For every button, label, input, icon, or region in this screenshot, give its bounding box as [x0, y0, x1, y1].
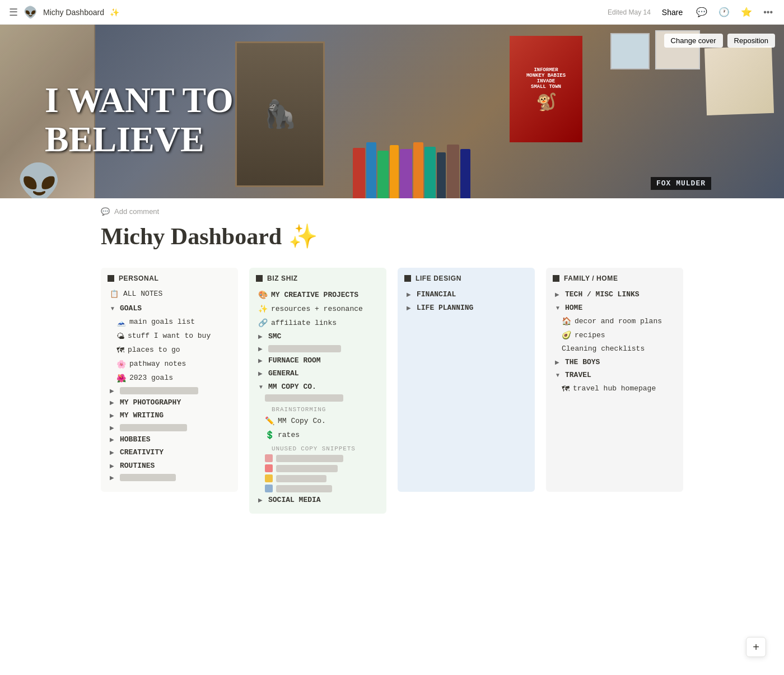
biz-redacted-1[interactable] [256, 343, 380, 354]
places-to-go-item[interactable]: 🗺 places to go [108, 343, 231, 357]
snippets-redacted-2[interactable] [256, 463, 380, 473]
redacted-row-2[interactable] [108, 422, 231, 433]
mm-copy-co-leaf[interactable]: ✏️ MM Copy Co. [256, 414, 380, 428]
topbar-page-title: Michy Dashboard [43, 8, 104, 17]
writing-arrow [110, 411, 116, 420]
redacted-arrow-1 [110, 387, 116, 395]
book-spine-9 [447, 145, 459, 198]
all-notes-item[interactable]: 📋 ALL NOTES [108, 288, 231, 300]
writing-label: MY WRITING [120, 410, 164, 421]
comment-bubble-icon: 💬 [101, 207, 110, 216]
redacted-text-3 [120, 474, 176, 481]
cleaning-checklists-item[interactable]: Cleaning checklists [553, 342, 676, 356]
biz-redacted-arrow-1 [258, 345, 265, 353]
book-spine-5 [400, 149, 412, 198]
snippets-text-3 [276, 475, 326, 482]
travel-hub-label: travel hub homepage [573, 383, 656, 394]
general-arrow [258, 369, 265, 378]
places-go-icon: 🗺 [116, 345, 124, 356]
rates-item[interactable]: 💲 rates [256, 428, 380, 442]
home-label: HOME [565, 302, 582, 314]
my-creative-projects-item[interactable]: 🎨 MY CREATIVE PROJECTS [256, 288, 380, 302]
smc-label: SMC [268, 331, 281, 342]
more-options-button[interactable]: ••• [761, 5, 775, 20]
comment-icon-button[interactable]: 💬 [694, 4, 710, 20]
main-goals-label: main goals list [129, 316, 195, 328]
add-comment-row[interactable]: 💬 Add comment [101, 198, 683, 222]
my-photography-item[interactable]: MY PHOTOGRAPHY [108, 396, 231, 409]
share-button[interactable]: Share [657, 6, 687, 19]
goals-2023-icon: 🌺 [116, 373, 126, 384]
goals-parent[interactable]: GOALS [108, 302, 231, 315]
home-parent[interactable]: HOME [553, 301, 676, 315]
column-personal: PERSONAL 📋 ALL NOTES GOALS 🗻 main goals … [101, 268, 238, 492]
unused-copy-sublabel: UNUSED COPY SNIPPETS [256, 442, 380, 453]
resources-resonance-item[interactable]: ✨ resources + resonance [256, 302, 380, 316]
photography-label: MY PHOTOGRAPHY [120, 397, 181, 408]
cleaning-checklists-label: Cleaning checklists [562, 343, 645, 355]
column-life: LIFE DESIGN FINANCIAL LIFE PLANNING [398, 268, 535, 492]
book-spine-6 [413, 142, 423, 198]
book-spine-1 [353, 148, 365, 198]
creativity-item[interactable]: CREATIVITY [108, 446, 231, 459]
tech-misc-item[interactable]: TECH / MISC LINKS [553, 288, 676, 301]
social-media-item[interactable]: SOCIAL MEDIA [256, 494, 380, 507]
tech-arrow [555, 290, 562, 299]
furnace-room-item[interactable]: FURNACE ROOM [256, 354, 380, 367]
mm-redacted-sub[interactable] [256, 393, 380, 403]
life-planning-item[interactable]: LIFE PLANNING [404, 301, 528, 315]
affiliate-links-item[interactable]: 🔗 affiliate links [256, 316, 380, 330]
financial-item[interactable]: FINANCIAL [404, 288, 528, 301]
columns-grid: PERSONAL 📋 ALL NOTES GOALS 🗻 main goals … [101, 268, 683, 514]
redacted-text-2 [120, 424, 187, 431]
travel-hub-item[interactable]: 🗺 travel hub homepage [553, 382, 676, 396]
redacted-row-1[interactable] [108, 385, 231, 396]
decor-item[interactable]: 🏠 decor and room plans [553, 314, 676, 328]
snippets-redacted-3[interactable] [256, 473, 380, 483]
life-planning-label: LIFE PLANNING [417, 302, 473, 314]
the-boys-item[interactable]: THE BOYS [553, 356, 676, 369]
hamburger-icon[interactable]: ☰ [9, 6, 18, 18]
page-title-text: Michy Dashboard [101, 223, 282, 250]
resonance-label: resources + resonance [271, 304, 363, 315]
biz-section-square [256, 275, 263, 282]
travel-parent[interactable]: TRAVEL [553, 369, 676, 382]
snippets-redacted-1[interactable] [256, 453, 380, 463]
stuff-buy-label: stuff I want to buy [128, 330, 211, 342]
cover-photo-2 [610, 33, 650, 69]
main-goals-list-item[interactable]: 🗻 main goals list [108, 315, 231, 329]
general-item[interactable]: GENERAL [256, 367, 380, 380]
goals-2023-label: 2023 goals [129, 373, 173, 384]
snippets-redacted-4[interactable] [256, 483, 380, 494]
stuff-to-buy-item[interactable]: 🌤 stuff I want to buy [108, 329, 231, 343]
pathway-icon: 🌸 [116, 359, 126, 370]
personal-section-header: PERSONAL [108, 274, 231, 282]
star-icon-button[interactable]: ⭐ [739, 4, 754, 20]
resonance-icon: ✨ [258, 303, 268, 315]
smc-item[interactable]: SMC [256, 330, 380, 343]
mm-copy-co-parent[interactable]: MM Copy Co. [256, 380, 380, 394]
biz-header-label: BIZ SHIZ [267, 274, 298, 282]
life-section-square [404, 275, 411, 282]
reposition-button[interactable]: Reposition [727, 34, 775, 48]
redacted-row-3[interactable] [108, 472, 231, 483]
routines-label: ROUTINES [120, 460, 155, 472]
cover-headline-line2: BELIEVE [45, 120, 234, 159]
history-icon-button[interactable]: 🕐 [716, 4, 732, 20]
change-cover-button[interactable]: Change cover [664, 34, 723, 48]
routines-item[interactable]: ROUTINES [108, 459, 231, 473]
top-bar-right: Edited May 14 Share 💬 🕐 ⭐ ••• [608, 4, 775, 20]
my-writing-item[interactable]: MY WRITING [108, 409, 231, 422]
cover-actions: Change cover Reposition [664, 34, 775, 48]
snippets-text-4 [276, 485, 332, 492]
pathway-notes-item[interactable]: 🌸 pathway notes [108, 357, 231, 371]
cover-image: 🦍 INFORMERMONKEY BABIESINVADESMALL TOWN … [0, 25, 784, 198]
pathway-label: pathway notes [129, 359, 186, 370]
column-biz: BIZ SHIZ 🎨 MY CREATIVE PROJECTS ✨ resour… [249, 268, 386, 514]
goals-2023-item[interactable]: 🌺 2023 goals [108, 371, 231, 385]
recipes-icon: 🥑 [562, 329, 571, 341]
hobbies-item[interactable]: HOBBIES [108, 433, 231, 446]
recipes-item[interactable]: 🥑 recipes [553, 328, 676, 342]
goals-arrow-icon [110, 304, 116, 313]
furnace-arrow [258, 356, 265, 365]
